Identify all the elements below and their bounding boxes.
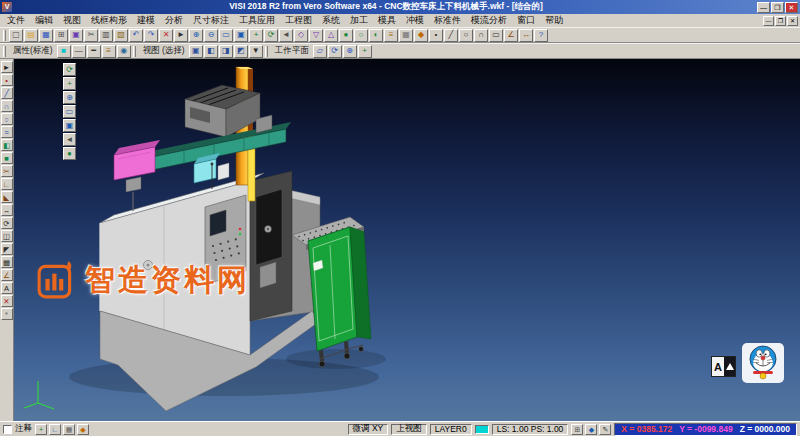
menu-item[interactable]: 加工 <box>345 15 373 25</box>
mdi-minimize-button[interactable]: — <box>763 16 774 26</box>
snap-toggle-icon[interactable]: ◆ <box>77 424 89 435</box>
line-weight-icon[interactable]: ━ <box>87 45 101 58</box>
erase-icon[interactable]: ✕ <box>1 295 13 307</box>
shading-mode-icon[interactable]: ● <box>63 147 76 160</box>
select-body-icon[interactable]: ◩ <box>234 45 248 58</box>
current-color-swatch[interactable] <box>475 425 489 434</box>
close-button[interactable]: ✕ <box>785 2 798 13</box>
current-layer-field[interactable]: LAYER0 <box>430 424 472 435</box>
layer-select-icon[interactable]: ≡ <box>102 45 116 58</box>
toolbar-grip[interactable] <box>133 46 136 57</box>
menu-item[interactable]: 冲模 <box>401 15 429 25</box>
options-icon[interactable]: * <box>1 308 13 320</box>
curve-create-icon[interactable]: ≈ <box>1 126 13 138</box>
zoom-window-icon[interactable]: ▭ <box>219 29 233 42</box>
origin-icon[interactable]: ⊕ <box>343 45 357 58</box>
line-create-icon[interactable]: ╱ <box>1 87 13 99</box>
delete-icon[interactable]: ✕ <box>159 29 173 42</box>
pen-icon[interactable]: ✎ <box>599 424 611 435</box>
menu-item[interactable]: 编辑 <box>30 15 58 25</box>
grid-icon[interactable]: ▦ <box>399 29 413 42</box>
save-icon[interactable]: ▦ <box>39 29 53 42</box>
menu-item[interactable]: 工程图 <box>280 15 317 25</box>
top-view-icon[interactable]: ▽ <box>309 29 323 42</box>
selection-filter-icon[interactable]: ▼ <box>249 45 263 58</box>
hidden-line-icon[interactable]: ◐ <box>369 29 383 42</box>
fillet-icon[interactable]: ∟ <box>1 178 13 190</box>
select-face-icon[interactable]: ◧ <box>204 45 218 58</box>
grid-snap-icon[interactable]: ⊞ <box>571 424 583 435</box>
menu-item[interactable]: 窗口 <box>512 15 540 25</box>
zoom-dynamic-icon[interactable]: ⊕ <box>63 91 76 104</box>
view-pan-icon[interactable]: + <box>63 77 76 90</box>
snap-icon[interactable]: ◆ <box>414 29 428 42</box>
shaded-view-icon[interactable]: ● <box>339 29 353 42</box>
print-icon[interactable]: ⊞ <box>54 29 68 42</box>
ucs-icon[interactable]: ∟ <box>49 424 61 435</box>
text-icon[interactable]: A <box>1 282 13 294</box>
solid-icon[interactable]: ■ <box>1 152 13 164</box>
new-file-icon[interactable]: ▢ <box>9 29 23 42</box>
toolbar-grip[interactable] <box>3 46 6 57</box>
menu-item[interactable]: 建模 <box>132 15 160 25</box>
arc-create-icon[interactable]: ∩ <box>1 100 13 112</box>
view-rotate-icon[interactable]: ⟳ <box>63 63 76 76</box>
select-arrow-icon[interactable]: ► <box>1 61 13 73</box>
annotation-checkbox[interactable] <box>3 425 12 434</box>
maximize-button[interactable]: ❐ <box>771 2 784 13</box>
menu-item[interactable]: 系统 <box>317 15 345 25</box>
workplane-xy-icon[interactable]: ▱ <box>313 45 327 58</box>
iso-view-icon[interactable]: ◇ <box>294 29 308 42</box>
layer-manager-icon[interactable]: ≡ <box>384 29 398 42</box>
paste-icon[interactable]: ▧ <box>114 29 128 42</box>
cnc-machine-3d-model[interactable] <box>14 59 800 421</box>
grid-toggle-icon[interactable]: ▦ <box>63 424 75 435</box>
surface-icon[interactable]: ◧ <box>1 139 13 151</box>
mdi-restore-button[interactable]: ❐ <box>775 16 786 26</box>
chamfer-icon[interactable]: ◣ <box>1 191 13 203</box>
measure-tool-icon[interactable]: ∠ <box>1 269 13 281</box>
menu-item[interactable]: 标准件 <box>429 15 466 25</box>
select-edge-icon[interactable]: ◨ <box>219 45 233 58</box>
copy-icon[interactable]: ▥ <box>99 29 113 42</box>
visibility-icon[interactable]: ◉ <box>117 45 131 58</box>
minimize-button[interactable]: — <box>757 2 770 13</box>
rotate-view-icon[interactable]: ⟳ <box>264 29 278 42</box>
menu-item[interactable]: 模流分析 <box>466 15 512 25</box>
viewport-3d[interactable]: ⟳+⊕▭▣◄● 智造资料网 A <box>14 59 800 421</box>
measure-icon[interactable]: ∠ <box>504 29 518 42</box>
mirror-icon[interactable]: ◫ <box>1 230 13 242</box>
dimension-icon[interactable]: ↔ <box>519 29 533 42</box>
line-style-icon[interactable]: ― <box>72 45 86 58</box>
pan-icon[interactable]: + <box>249 29 263 42</box>
array-icon[interactable]: ▦ <box>1 256 13 268</box>
menu-item[interactable]: 分析 <box>160 15 188 25</box>
menu-item[interactable]: 帮助 <box>540 15 568 25</box>
circle-create-icon[interactable]: ○ <box>1 113 13 125</box>
scale-field[interactable]: LS: 1.00 PS: 1.00 <box>492 424 569 435</box>
open-folder-icon[interactable]: ▤ <box>24 29 38 42</box>
menu-item[interactable]: 线框构形 <box>86 15 132 25</box>
point-icon[interactable]: • <box>429 29 443 42</box>
rotate-icon[interactable]: ⟳ <box>1 217 13 229</box>
zoom-out-icon[interactable]: ⊖ <box>204 29 218 42</box>
color-swatch-icon[interactable]: ■ <box>57 45 71 58</box>
scale-icon[interactable]: ◤ <box>1 243 13 255</box>
previous-view-2-icon[interactable]: ◄ <box>63 133 76 146</box>
wireframe-view-icon[interactable]: ○ <box>354 29 368 42</box>
select-all-icon[interactable]: ▣ <box>189 45 203 58</box>
workplane-axis-icon[interactable]: + <box>358 45 372 58</box>
menu-item[interactable]: 文件 <box>2 15 30 25</box>
zoom-fit-icon[interactable]: ▣ <box>234 29 248 42</box>
circle-icon[interactable]: ○ <box>459 29 473 42</box>
line-icon[interactable]: ╱ <box>444 29 458 42</box>
zoom-extents-icon[interactable]: ▣ <box>63 119 76 132</box>
trim-icon[interactable]: ✂ <box>1 165 13 177</box>
toolbar-grip[interactable] <box>3 30 6 41</box>
zoom-in-icon[interactable]: ⊕ <box>189 29 203 42</box>
world-axis-icon[interactable]: + <box>35 424 47 435</box>
previous-view-icon[interactable]: ◄ <box>279 29 293 42</box>
zoom-window-2-icon[interactable]: ▭ <box>63 105 76 118</box>
undo-icon[interactable]: ↶ <box>129 29 143 42</box>
point-create-icon[interactable]: • <box>1 74 13 86</box>
